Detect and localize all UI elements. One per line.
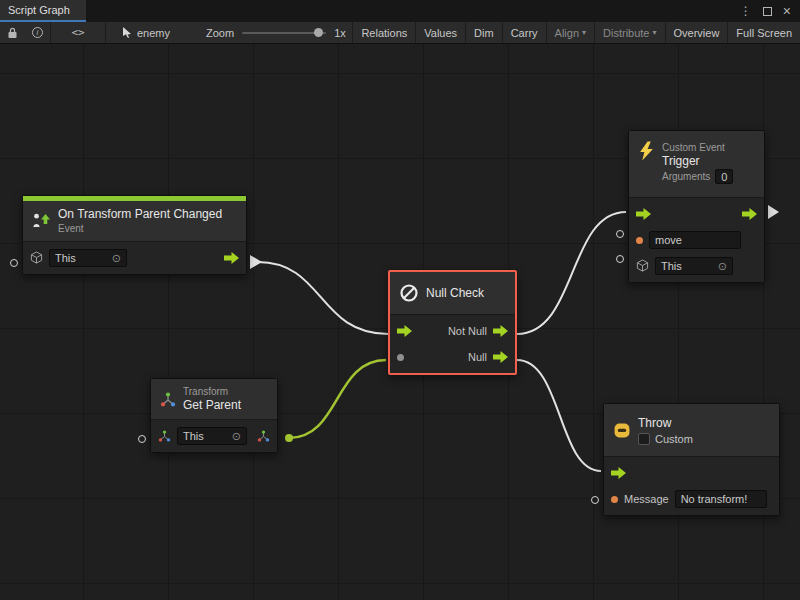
node-header-text: Transform Get Parent: [183, 385, 241, 413]
input-port-circle[interactable]: [591, 496, 599, 504]
node-title: Get Parent: [183, 398, 241, 413]
maximize-icon[interactable]: [763, 7, 772, 16]
chevron-down-icon: ▾: [582, 28, 586, 37]
node-get-parent[interactable]: Transform Get Parent This ⊙: [150, 378, 278, 453]
tab-bar: Script Graph ⋮ ×: [0, 0, 800, 22]
code-view-icon[interactable]: <>: [51, 26, 105, 39]
object-picker-icon[interactable]: ⊙: [718, 260, 727, 273]
toolbar-button-dim[interactable]: Dim: [466, 22, 503, 43]
toolbar-button-carry[interactable]: Carry: [503, 22, 547, 43]
graph-name-label: enemy: [137, 27, 170, 39]
gameobject-cube-icon: [30, 251, 43, 265]
node-null-check[interactable]: Null Check Not Null Null: [388, 270, 517, 375]
null-check-icon: [399, 283, 419, 303]
object-picker-icon[interactable]: ⊙: [112, 252, 121, 265]
input-port-circle[interactable]: [616, 230, 624, 238]
string-input-port-icon[interactable]: [611, 496, 618, 503]
node-category: Custom Event: [662, 141, 733, 154]
graph-pointer-icon: [122, 27, 132, 39]
button-label: Values: [424, 27, 457, 39]
node-title: On Transform Parent Changed: [58, 207, 222, 222]
transform-output-port-icon[interactable]: [257, 430, 270, 442]
target-field[interactable]: This ⊙: [655, 257, 733, 275]
toolbar-button-overview[interactable]: Overview: [666, 22, 729, 43]
info-icon: i: [32, 27, 43, 38]
node-on-transform-parent-changed[interactable]: On Transform Parent Changed Event This ⊙: [22, 195, 247, 275]
node-header-text: On Transform Parent Changed Event: [58, 207, 222, 235]
tab-label: Script Graph: [8, 4, 70, 16]
flow-input-arrow-icon[interactable]: [636, 208, 651, 220]
node-header-text: Custom Event Trigger Arguments 0: [662, 141, 733, 184]
info-button[interactable]: i: [25, 22, 50, 43]
flow-output-arrow-icon[interactable]: [493, 325, 508, 337]
node-category: Transform: [183, 385, 241, 398]
lock-icon: [7, 27, 18, 39]
zoom-slider-knob[interactable]: [314, 28, 323, 37]
graph-canvas[interactable]: On Transform Parent Changed Event This ⊙: [0, 44, 800, 600]
tab-script-graph[interactable]: Script Graph: [0, 0, 86, 22]
custom-checkbox-label: Custom: [655, 433, 693, 445]
kebab-menu-icon[interactable]: ⋮: [740, 5, 752, 17]
target-field[interactable]: This ⊙: [49, 249, 127, 267]
wire-green-endpoint-icon: [285, 434, 293, 442]
wire-event-to-nullcheck[interactable]: [258, 262, 388, 334]
arguments-label: Arguments: [662, 170, 710, 183]
wire-null-to-throw[interactable]: [517, 360, 601, 471]
button-label: Relations: [361, 27, 407, 39]
node-title: Trigger: [662, 154, 733, 169]
graph-toolbar: i <> enemy Zoom 1x Relations Values Dim …: [0, 22, 800, 44]
lock-button[interactable]: [0, 22, 25, 43]
transform-icon: [160, 392, 176, 407]
node-header-text: Throw Custom: [638, 416, 693, 445]
button-label: Carry: [511, 27, 538, 39]
gameobject-cube-icon: [636, 259, 649, 273]
toolbar-button-values[interactable]: Values: [416, 22, 466, 43]
object-picker-icon[interactable]: ⊙: [232, 430, 241, 443]
button-label: Align: [555, 27, 579, 39]
input-port-circle[interactable]: [616, 255, 624, 263]
graph-identity[interactable]: enemy: [106, 27, 180, 39]
input-port-circle[interactable]: [138, 435, 146, 443]
message-field[interactable]: No transform!: [675, 490, 767, 508]
transform-port-icon[interactable]: [158, 430, 171, 442]
arguments-value: 0: [721, 171, 727, 183]
transform-parent-changed-icon: [32, 213, 51, 229]
input-port-circle[interactable]: [10, 259, 18, 267]
customevent-output-arrow-icon: [768, 205, 779, 219]
zoom-slider[interactable]: [242, 32, 326, 34]
target-value: This: [183, 430, 204, 442]
script-graph-window: Script Graph ⋮ × i <> enemy Zoom: [0, 0, 800, 600]
toolbar-button-fullscreen[interactable]: Full Screen: [728, 22, 800, 43]
node-title: Throw: [638, 416, 693, 431]
message-label: Message: [624, 493, 669, 505]
port-label-not-null: Not Null: [448, 325, 487, 337]
message-value: No transform!: [681, 493, 748, 505]
flow-output-arrow-icon[interactable]: [224, 252, 239, 264]
arguments-field[interactable]: 0: [715, 169, 733, 184]
wire-notnull-to-customevent[interactable]: [517, 212, 626, 334]
target-field[interactable]: This ⊙: [177, 427, 247, 445]
custom-event-bolt-icon: [638, 141, 655, 161]
throw-icon: [613, 422, 631, 439]
flow-input-arrow-icon[interactable]: [397, 325, 412, 337]
flow-output-arrow-icon[interactable]: [742, 208, 757, 220]
string-input-port-icon[interactable]: [636, 237, 643, 244]
toolbar-button-relations[interactable]: Relations: [353, 22, 416, 43]
target-value: This: [55, 252, 76, 264]
node-custom-event[interactable]: Custom Event Trigger Arguments 0: [628, 130, 765, 283]
zoom-control: Zoom 1x: [180, 27, 346, 39]
node-throw[interactable]: Throw Custom Message No: [603, 403, 780, 516]
close-icon[interactable]: ×: [783, 4, 791, 18]
flow-output-arrow-icon[interactable]: [493, 351, 508, 363]
event-name-field[interactable]: move: [649, 231, 741, 249]
chevron-down-icon: ▾: [653, 28, 657, 37]
custom-checkbox[interactable]: [638, 433, 650, 445]
flow-input-arrow-icon[interactable]: [611, 467, 626, 479]
button-label: Overview: [674, 27, 720, 39]
toolbar-button-align[interactable]: Align▾: [547, 22, 595, 43]
button-label: Full Screen: [736, 27, 792, 39]
value-input-port-icon[interactable]: [397, 354, 404, 361]
wire-getparent-to-nullcheck[interactable]: [289, 360, 386, 438]
zoom-value: 1x: [334, 27, 346, 39]
toolbar-button-distribute[interactable]: Distribute▾: [595, 22, 665, 43]
